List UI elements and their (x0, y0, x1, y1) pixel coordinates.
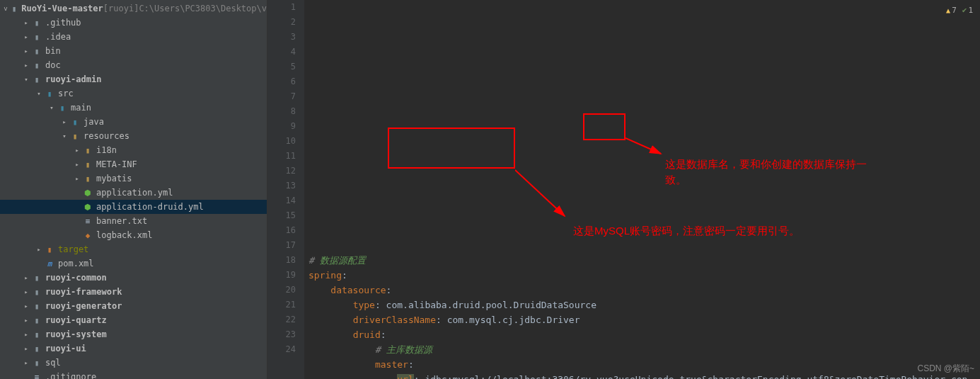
line-number: 21 (267, 298, 296, 312)
arrow-dbname (626, 131, 668, 159)
tree-item[interactable]: ⬢application.yml (0, 186, 267, 200)
line-number: 23 (267, 327, 296, 342)
tree-item[interactable]: ▾▮main (0, 101, 267, 115)
tree-item[interactable]: ▸▮bin (0, 44, 267, 58)
tree-item[interactable]: ▸▮.github (0, 16, 267, 30)
warning-count[interactable]: 7 (946, 3, 957, 18)
line-number: 14 (267, 193, 296, 208)
caret-icon: ▸ (23, 345, 30, 352)
tree-item[interactable]: ▾▮resources (0, 129, 267, 143)
tree-item[interactable]: ▸▮ruoyi-generator (0, 299, 267, 313)
tree-item[interactable]: ▸▮.idea (0, 30, 267, 44)
line-number: 1 (267, 0, 296, 15)
caret-icon: ▾ (48, 104, 55, 111)
source-folder-icon: ▮ (69, 116, 81, 128)
resource-folder-icon: ▮ (82, 173, 93, 184)
line-number: 9 (267, 119, 296, 134)
code-line[interactable]: type: com.alibaba.druid.pool.DruidDataSo… (309, 298, 980, 312)
tree-item[interactable]: ▸▮mybatis (0, 171, 267, 186)
tree-item-label: ruoyi-common (45, 273, 107, 283)
module-icon: ▮ (31, 315, 42, 326)
project-name: RuoYi-Vue-master (21, 4, 103, 13)
line-number: 19 (267, 268, 296, 283)
module-icon: ▮ (31, 343, 42, 354)
line-number: 17 (267, 238, 296, 253)
tree-item[interactable]: ▸▮ruoyi-system (0, 327, 267, 341)
tree-item-label: pom.xml (58, 259, 94, 268)
source-folder-icon: ▮ (44, 88, 55, 99)
svg-line-0 (626, 138, 661, 154)
tree-item[interactable]: ≡banner.txt (0, 214, 267, 228)
tree-item[interactable]: ▸▮ruoyi-framework (0, 285, 267, 299)
tree-item[interactable]: ▾▮src (0, 86, 267, 101)
editor-pane: 123456789101112131415161718192021222324 … (267, 0, 980, 379)
tree-item-label: doc (45, 60, 61, 70)
project-tree[interactable]: v▮RuoYi-Vue-master [ruoyi] C:\Users\PC38… (0, 0, 267, 379)
tree-item[interactable]: ▸▮i18n (0, 143, 267, 157)
tree-item-label: java (83, 117, 104, 127)
yml-file-icon: ⬢ (82, 187, 93, 198)
code-line[interactable]: datasource: (309, 283, 980, 298)
tree-item-label: src (58, 89, 74, 98)
tree-item-label: ruoyi-framework (45, 287, 122, 297)
tree-item-label: main (71, 103, 91, 113)
line-number: 16 (267, 223, 296, 238)
module-icon: ▮ (31, 300, 42, 312)
tree-item[interactable]: ▸▮ruoyi-ui (0, 341, 267, 356)
caret-icon: ▸ (74, 161, 81, 168)
code-line[interactable]: spring: (309, 268, 980, 283)
text-file-icon: ≡ (31, 371, 42, 379)
folder-icon: ▮ (31, 31, 42, 43)
line-number: 10 (267, 134, 296, 149)
text-file-icon: ≡ (82, 215, 93, 227)
folder-icon: ▮ (31, 17, 42, 28)
tree-item-label: i18n (96, 145, 117, 155)
tree-item-label: ruoyi-quartz (45, 315, 107, 325)
line-number: 2 (267, 15, 296, 30)
tree-item[interactable]: mpom.xml (0, 256, 267, 271)
caret-icon: ▾ (35, 90, 42, 97)
tree-item-label: sql (45, 358, 61, 368)
caret-icon: ▸ (23, 331, 30, 338)
tree-item[interactable]: ⬢application-druid.yml (0, 200, 267, 214)
annotation-text-dbname-2: 致。 (665, 173, 686, 187)
tree-item[interactable]: ◆logback.xml (0, 228, 267, 242)
tree-item[interactable]: ≡.gitignore (0, 370, 267, 379)
code-line[interactable]: druid: (309, 327, 980, 342)
tree-item[interactable]: ▸▮doc (0, 58, 267, 72)
typo-count[interactable]: 1 (962, 3, 973, 18)
caret-icon: ▸ (35, 246, 42, 253)
line-number: 4 (267, 45, 296, 60)
tree-root[interactable]: v▮RuoYi-Vue-master [ruoyi] C:\Users\PC38… (0, 1, 267, 16)
code-line[interactable]: url: jdbc:mysql://localhost:3306/ry-vue?… (309, 372, 980, 379)
code-line[interactable]: # 数据源配置 (309, 253, 980, 268)
tree-item[interactable]: ▸▮ruoyi-common (0, 271, 267, 285)
tree-item[interactable]: ▾▮ruoyi-admin (0, 72, 267, 86)
caret-icon: ▾ (61, 132, 68, 140)
caret-icon: ▸ (74, 147, 81, 154)
module-icon: ▮ (31, 286, 42, 298)
code-line[interactable]: driverClassName: com.mysql.cj.jdbc.Drive… (309, 312, 980, 327)
code-area[interactable]: 7 1 这是数据库名，要和你创建的数据库保持一 致。 这是MySQL账号密码，注… (304, 0, 980, 379)
line-number: 13 (267, 179, 296, 193)
source-folder-icon: ▮ (57, 102, 68, 113)
tree-item[interactable]: ▸▮META-INF (0, 157, 267, 171)
tree-item-label: target (58, 244, 88, 254)
project-tree-panel[interactable]: v▮RuoYi-Vue-master [ruoyi] C:\Users\PC38… (0, 0, 267, 379)
tree-item[interactable]: ▸▮java (0, 115, 267, 129)
tree-item-label: .github (45, 18, 81, 28)
tree-item[interactable]: ▸▮sql (0, 356, 267, 370)
xml-file-icon: ◆ (82, 230, 93, 241)
caret-icon: v (3, 5, 8, 12)
tree-item-label: logback.xml (96, 230, 152, 240)
maven-file-icon: m (44, 258, 55, 269)
svg-line-1 (515, 170, 565, 216)
inspections-widget[interactable]: 7 1 (946, 3, 973, 18)
code-line[interactable]: # 主库数据源 (309, 342, 980, 357)
tree-item[interactable]: ▸▮target (0, 242, 267, 256)
line-number: 7 (267, 89, 296, 104)
tree-item-label: ruoyi-generator (45, 301, 122, 311)
tree-item[interactable]: ▸▮ruoyi-quartz (0, 313, 267, 327)
code-line[interactable]: master: (309, 357, 980, 372)
watermark: CSDN @紫陌~ (917, 363, 974, 375)
